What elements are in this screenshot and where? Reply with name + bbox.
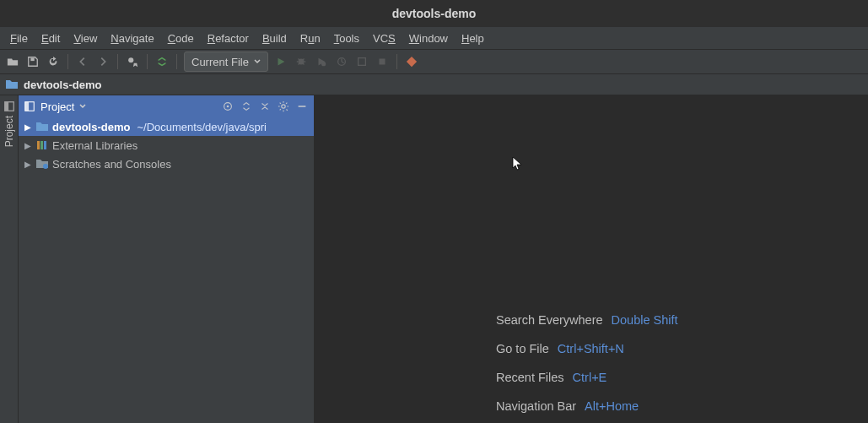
toolbar-separator: [396, 54, 397, 69]
project-tool-tab[interactable]: Project: [3, 116, 15, 147]
editor-area: Search Everywhere Double Shift Go to Fil…: [315, 95, 868, 423]
menu-file[interactable]: File: [3, 30, 35, 47]
svg-point-17: [43, 164, 48, 169]
tree-node-scratches-label: Scratches and Consoles: [52, 158, 171, 171]
expand-arrow-icon[interactable]: ▶: [24, 122, 32, 132]
project-tool-header: Project: [19, 95, 314, 117]
collapse-all-icon[interactable]: [258, 100, 272, 113]
tree-node-root-path: ~/Documents/dev/java/spri: [137, 121, 267, 133]
svg-rect-10: [25, 102, 29, 111]
run-config-selector[interactable]: Current File: [184, 52, 268, 72]
reload-icon[interactable]: [46, 54, 61, 69]
left-gutter: Project: [0, 95, 19, 423]
nav-forward-icon[interactable]: [95, 54, 111, 69]
menu-tools[interactable]: Tools: [327, 30, 366, 47]
main-toolbar: Current File: [0, 50, 868, 74]
hint-go-to-file: Go to File Ctrl+Shift+N: [496, 342, 678, 355]
menu-help[interactable]: Help: [455, 30, 491, 47]
tree-node-scratches[interactable]: ▶ Scratches and Consoles: [19, 155, 314, 173]
expand-arrow-icon[interactable]: ▶: [24, 160, 32, 169]
menu-edit[interactable]: Edit: [35, 30, 67, 47]
hint-shortcut: Ctrl+E: [573, 371, 607, 384]
scratches-icon: [35, 157, 49, 171]
toolbar-separator: [147, 54, 148, 69]
project-tool-icon[interactable]: [3, 100, 15, 112]
menu-view[interactable]: View: [67, 30, 104, 47]
tree-node-external-libraries[interactable]: ▶ External Libraries: [19, 136, 314, 155]
git-icon[interactable]: [404, 54, 419, 69]
hint-label: Go to File: [496, 342, 549, 355]
svg-rect-5: [359, 58, 366, 66]
tree-node-root-name: devtools-demo: [52, 121, 130, 133]
svg-point-1: [128, 57, 133, 62]
run-icon[interactable]: [273, 54, 288, 69]
hint-label: Navigation Bar: [496, 399, 576, 413]
chevron-down-icon: [254, 58, 261, 65]
svg-rect-8: [4, 102, 8, 111]
menu-window[interactable]: Window: [402, 30, 455, 47]
project-panel-title[interactable]: Project: [40, 100, 74, 113]
settings-icon[interactable]: [277, 100, 290, 113]
project-view-icon: [24, 100, 35, 112]
library-icon: [35, 138, 49, 152]
svg-rect-0: [30, 58, 34, 62]
main-body: Project Project ▶: [0, 95, 868, 423]
cursor-icon: [512, 156, 524, 171]
stop-icon[interactable]: [375, 54, 390, 69]
run-coverage-icon[interactable]: [314, 54, 329, 69]
select-opened-file-icon[interactable]: [221, 100, 235, 113]
run-config-label: Current File: [191, 56, 249, 68]
svg-rect-16: [44, 141, 46, 149]
run-with-coverage-icon[interactable]: [125, 54, 140, 69]
window-title: devtools-demo: [392, 7, 477, 20]
menu-refactor[interactable]: Refactor: [201, 30, 256, 47]
chevron-down-icon[interactable]: [79, 103, 86, 110]
build-icon[interactable]: [154, 54, 170, 69]
menu-run[interactable]: Run: [294, 30, 327, 47]
toolbar-separator: [176, 54, 177, 69]
svg-point-12: [227, 106, 229, 108]
menubar: File Edit View Navigate Code Refactor Bu…: [0, 27, 868, 50]
folder-icon: [35, 120, 49, 133]
project-tool-window: Project ▶: [19, 95, 315, 423]
hint-recent-files: Recent Files Ctrl+E: [496, 371, 678, 384]
hint-shortcut: Alt+Home: [585, 399, 639, 413]
nav-back-icon[interactable]: [75, 54, 90, 69]
hint-shortcut: Ctrl+Shift+N: [558, 342, 624, 355]
save-all-icon[interactable]: [25, 54, 40, 69]
open-icon[interactable]: [5, 54, 20, 69]
svg-rect-6: [379, 59, 385, 65]
breadcrumb-project[interactable]: devtools-demo: [24, 79, 101, 91]
editor-empty-hints: Search Everywhere Double Shift Go to Fil…: [496, 313, 678, 413]
menu-navigate[interactable]: Navigate: [104, 30, 160, 47]
menu-build[interactable]: Build: [256, 30, 294, 47]
profile-icon[interactable]: [334, 54, 349, 69]
navigation-bar[interactable]: devtools-demo: [0, 74, 868, 95]
svg-rect-14: [37, 141, 40, 149]
svg-rect-15: [40, 141, 43, 149]
hide-icon[interactable]: [295, 100, 309, 113]
menu-code[interactable]: Code: [161, 30, 201, 47]
hint-search-everywhere: Search Everywhere Double Shift: [496, 313, 678, 327]
expand-arrow-icon[interactable]: ▶: [24, 141, 32, 150]
tree-node-root[interactable]: ▶ devtools-demo ~/Documents/dev/java/spr…: [19, 117, 314, 136]
hint-label: Recent Files: [496, 371, 564, 384]
hint-navigation-bar: Navigation Bar Alt+Home: [496, 399, 678, 413]
expand-all-icon[interactable]: [240, 100, 253, 113]
toolbar-separator: [117, 54, 118, 69]
project-tree[interactable]: ▶ devtools-demo ~/Documents/dev/java/spr…: [19, 117, 314, 423]
toolbar-separator: [67, 54, 68, 69]
window-titlebar: devtools-demo: [0, 0, 868, 27]
folder-icon: [5, 79, 19, 90]
menu-vcs[interactable]: VCS: [366, 30, 402, 47]
svg-point-13: [282, 105, 285, 108]
hint-label: Search Everywhere: [496, 313, 603, 327]
hint-shortcut: Double Shift: [612, 313, 678, 327]
svg-point-3: [321, 62, 326, 66]
tree-node-external-libraries-label: External Libraries: [52, 139, 137, 152]
attach-icon[interactable]: [354, 54, 369, 69]
debug-icon[interactable]: [294, 54, 309, 69]
